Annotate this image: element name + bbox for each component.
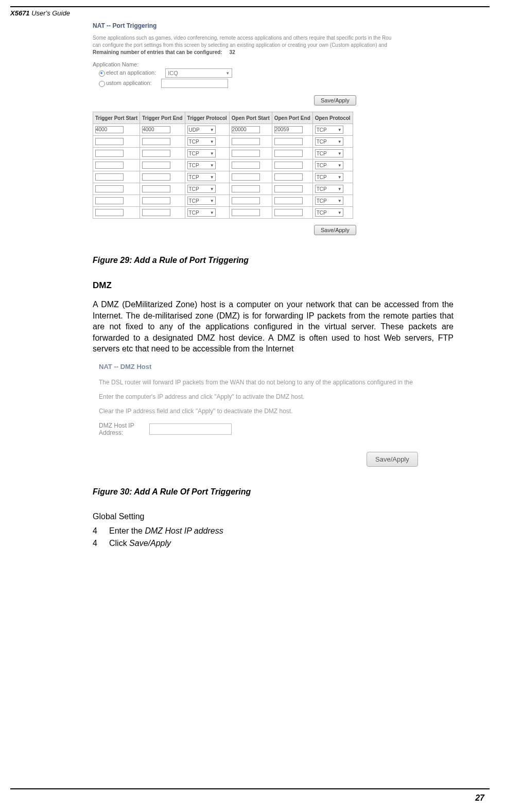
port-input[interactable]	[95, 209, 124, 216]
port-input[interactable]	[274, 209, 303, 216]
protocol-select[interactable]: TCP▼	[315, 137, 343, 146]
port-input[interactable]	[274, 150, 303, 157]
protocol-select[interactable]: TCP▼	[315, 173, 343, 181]
table-row: TCP▼TCP▼	[93, 183, 353, 195]
application-select[interactable]: ICQ▼	[165, 68, 232, 78]
port-input[interactable]: 20059	[274, 126, 303, 133]
port-input[interactable]	[274, 162, 303, 169]
port-input[interactable]	[95, 150, 124, 157]
chevron-down-icon: ▼	[210, 199, 214, 203]
table-row: TCP▼TCP▼	[93, 136, 353, 148]
port-input[interactable]: 4000	[142, 126, 170, 133]
chevron-down-icon: ▼	[210, 210, 214, 215]
port-input[interactable]: 20000	[232, 126, 260, 133]
port-input[interactable]	[95, 162, 124, 169]
port-input[interactable]	[232, 185, 260, 192]
protocol-select[interactable]: TCP▼	[315, 208, 343, 217]
port-input[interactable]	[232, 150, 260, 157]
guide-title: X5671 User's Guide	[10, 9, 505, 17]
save-apply-button-bottom[interactable]: Save/Apply	[314, 225, 356, 235]
protocol-select[interactable]: TCP▼	[187, 173, 216, 181]
chevron-down-icon: ▼	[338, 151, 342, 156]
chevron-down-icon: ▼	[210, 139, 214, 144]
step-1-number: 4	[93, 526, 109, 536]
chevron-down-icon: ▼	[210, 187, 214, 191]
radio-select-application-icon[interactable]	[99, 70, 105, 77]
port-triggering-table: Trigger Port Start Trigger Port End Trig…	[93, 112, 353, 219]
port-input[interactable]	[232, 209, 260, 216]
table-row: TCP▼TCP▼	[93, 195, 353, 207]
port-input[interactable]	[142, 209, 170, 216]
nat-desc-line1: Some applications such as games, video c…	[93, 35, 391, 41]
port-input[interactable]	[95, 197, 124, 204]
port-input[interactable]	[274, 197, 303, 204]
table-row: TCP▼TCP▼	[93, 160, 353, 171]
protocol-select[interactable]: TCP▼	[315, 185, 343, 193]
col-open-port-end: Open Port End	[272, 112, 312, 124]
port-input[interactable]	[142, 138, 170, 145]
port-input[interactable]	[142, 197, 170, 204]
figure-30-caption: Figure 30: Add A Rule Of Port Triggering	[93, 487, 454, 497]
port-input[interactable]	[232, 138, 260, 145]
port-input[interactable]	[142, 150, 170, 157]
port-input[interactable]	[274, 185, 303, 192]
save-apply-button-top[interactable]: Save/Apply	[314, 95, 356, 105]
port-input[interactable]	[142, 162, 170, 169]
protocol-select[interactable]: UDP▼	[187, 126, 216, 134]
table-row: 40004000UDP▼2000020059TCP▼	[93, 124, 353, 136]
custom-app-label: ustom application:	[106, 80, 152, 86]
port-input[interactable]	[142, 185, 170, 192]
port-input[interactable]	[232, 162, 260, 169]
table-row: TCP▼TCP▼	[93, 148, 353, 160]
protocol-select[interactable]: TCP▼	[187, 197, 216, 205]
dmz-body: A DMZ (DeMilitarized Zone) host is a com…	[93, 299, 454, 355]
select-app-label: elect an application:	[106, 69, 156, 76]
col-trigger-port-end: Trigger Port End	[140, 112, 185, 124]
app-name-label: Application Name:	[93, 61, 454, 67]
col-open-protocol: Open Protocol	[312, 112, 353, 124]
port-triggering-screenshot: NAT -- Port Triggering Some applications…	[93, 22, 454, 235]
protocol-select[interactable]: TCP▼	[187, 161, 216, 169]
chevron-down-icon: ▼	[338, 199, 342, 203]
radio-custom-application-icon[interactable]	[99, 81, 105, 87]
col-trigger-protocol: Trigger Protocol	[185, 112, 229, 124]
port-input[interactable]	[232, 173, 260, 181]
chevron-down-icon: ▼	[338, 175, 342, 180]
chevron-down-icon: ▼	[210, 151, 214, 156]
col-trigger-port-start: Trigger Port Start	[93, 112, 140, 124]
step-1-text: Enter the DMZ Host IP address	[109, 526, 223, 536]
chevron-down-icon: ▼	[210, 163, 214, 168]
chevron-down-icon: ▼	[338, 163, 342, 168]
port-input[interactable]	[274, 173, 303, 181]
protocol-select[interactable]: TCP▼	[187, 149, 216, 157]
port-input[interactable]	[95, 138, 124, 145]
port-input[interactable]	[274, 138, 303, 145]
protocol-select[interactable]: TCP▼	[315, 126, 343, 134]
protocol-select[interactable]: TCP▼	[187, 137, 216, 146]
dmz-line3: Clear the IP address field and click "Ap…	[99, 408, 454, 415]
chevron-down-icon: ▼	[225, 71, 230, 76]
figure-29-caption: Figure 29: Add a Rule of Port Triggering	[93, 256, 454, 265]
dmz-line2: Enter the computer's IP address and clic…	[99, 393, 454, 400]
protocol-select[interactable]: TCP▼	[315, 197, 343, 205]
chevron-down-icon: ▼	[338, 210, 342, 215]
port-input[interactable]	[232, 197, 260, 204]
port-input[interactable]	[95, 173, 124, 181]
dmz-save-apply-button[interactable]: Save/Apply	[367, 452, 418, 467]
protocol-select[interactable]: TCP▼	[187, 208, 216, 217]
custom-application-input[interactable]	[161, 79, 228, 88]
table-row: TCP▼TCP▼	[93, 171, 353, 183]
dmz-heading: DMZ	[93, 280, 454, 291]
protocol-select[interactable]: TCP▼	[315, 149, 343, 157]
page-number: 27	[475, 793, 484, 803]
chevron-down-icon: ▼	[338, 139, 342, 144]
port-input[interactable]	[142, 173, 170, 181]
port-input[interactable]	[95, 185, 124, 192]
port-input[interactable]: 4000	[95, 126, 124, 133]
dmz-host-screenshot: NAT -- DMZ Host The DSL router will forw…	[99, 363, 454, 467]
protocol-select[interactable]: TCP▼	[187, 185, 216, 193]
protocol-select[interactable]: TCP▼	[315, 161, 343, 169]
dmz-host-ip-input[interactable]	[149, 423, 232, 435]
chevron-down-icon: ▼	[210, 175, 214, 180]
col-open-port-start: Open Port Start	[229, 112, 272, 124]
